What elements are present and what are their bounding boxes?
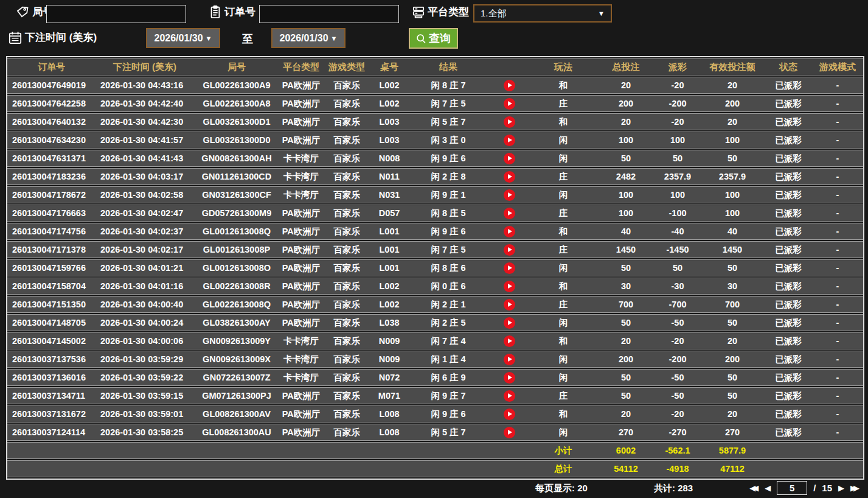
to-label: 至 [242, 32, 253, 46]
date-from-picker[interactable]: 2026/01/30 ▼ [146, 28, 220, 48]
header-payout: 派彩 [655, 58, 700, 75]
replay-play-icon[interactable] [504, 299, 515, 310]
cell-game-mode: - [812, 223, 863, 240]
cell-play-type: 闲 [530, 186, 597, 203]
cell-status: 已派彩 [765, 369, 812, 386]
round-input[interactable] [46, 5, 186, 23]
bet-time-label: 下注时间 (美东) [25, 30, 97, 44]
last-page-icon[interactable]: ▶▶ [850, 484, 859, 492]
cell-valid-bet: 2357.9 [700, 168, 765, 185]
cell-table-no: N009 [370, 351, 408, 368]
play-triangle [508, 265, 512, 270]
cell-platform: PA欧洲厅 [279, 241, 323, 258]
table-row: 2601300471513502026-01-30 04:00:40GL0022… [7, 296, 863, 313]
cell-total-bet: 50 [597, 150, 655, 167]
order-input[interactable] [259, 5, 399, 23]
cell-game-type: 百家乐 [323, 168, 370, 185]
cell-result: 闲 9 庄 6 [408, 150, 488, 167]
cell-total-bet: 100 [597, 186, 655, 203]
cell-bet-time: 2026-01-30 04:02:37 [95, 223, 194, 240]
cell-table-no: N009 [370, 332, 408, 349]
date-from-value: 2026/01/30 [155, 33, 203, 44]
replay-play-icon[interactable] [504, 189, 515, 201]
header-round-no: 局号 [194, 58, 279, 75]
cell-play-type: 闲 [530, 369, 597, 386]
replay-play-icon[interactable] [504, 372, 515, 384]
cell-platform: 卡卡湾厅 [279, 351, 323, 368]
search-button-label: 查询 [429, 31, 451, 46]
cell-replay [488, 405, 530, 423]
cell-game-mode: - [812, 186, 863, 203]
cell-table-no: D057 [370, 205, 408, 222]
cell-bet-time: 2026-01-30 04:02:47 [95, 205, 194, 222]
cell-payout: -50 [655, 387, 700, 404]
cell-round-no: GL0012613008Q [194, 223, 279, 240]
cell-status: 已派彩 [765, 278, 812, 295]
play-triangle [508, 229, 512, 234]
header-table-no: 桌号 [370, 58, 408, 75]
replay-play-icon[interactable] [504, 208, 515, 219]
replay-play-icon[interactable] [504, 427, 515, 438]
replay-play-icon[interactable] [504, 171, 515, 183]
replay-play-icon[interactable] [504, 281, 515, 292]
next-page-icon[interactable]: ▶ [838, 484, 844, 492]
date-to-picker[interactable]: 2026/01/30 ▼ [271, 28, 345, 48]
play-triangle [508, 83, 512, 88]
cell-replay [488, 351, 530, 368]
cell-play-type: 和 [530, 77, 597, 94]
replay-play-icon[interactable] [504, 98, 515, 110]
chevron-down-icon: ▼ [206, 35, 212, 42]
cell-table-no: N072 [370, 369, 408, 386]
cell-bet-time: 2026-01-30 04:02:17 [95, 241, 194, 258]
cell-bet-time: 2026-01-30 04:42:30 [95, 113, 194, 130]
cell-replay [488, 278, 530, 295]
search-button[interactable]: 查询 [409, 28, 458, 49]
platform-select[interactable]: 1.全部 ▼ [473, 4, 612, 23]
cell-play-type: 和 [530, 332, 597, 349]
cell-status: 已派彩 [765, 387, 812, 404]
page-input[interactable] [777, 481, 807, 495]
cell-table-no: L002 [370, 296, 408, 313]
cell-platform: PA欧洲厅 [279, 278, 323, 295]
cell-valid-bet: 100 [700, 205, 765, 222]
cell-game-type: 百家乐 [323, 405, 370, 423]
replay-play-icon[interactable] [504, 80, 515, 91]
table-row: 2601300371375362026-01-30 03:59:29GN0092… [7, 351, 863, 368]
cell-bet-time: 2026-01-30 03:59:22 [95, 369, 194, 386]
table-row: 2601300471597662026-01-30 04:01:21GL0012… [7, 259, 863, 276]
replay-play-icon[interactable] [504, 153, 515, 164]
first-page-icon[interactable]: ◀◀ [749, 484, 759, 492]
cell-payout: -50 [655, 314, 700, 331]
header-result: 结果 [408, 58, 488, 75]
subtotal-row-valid-bet: 5877.9 [700, 442, 765, 459]
table-row: 2601300471587042026-01-30 04:01:16GL0022… [7, 278, 863, 295]
replay-play-icon[interactable] [504, 335, 515, 347]
replay-play-icon[interactable] [504, 390, 515, 402]
replay-play-icon[interactable] [504, 226, 515, 237]
cell-game-mode: - [812, 95, 863, 112]
total-row-total-bet: 54112 [597, 460, 655, 477]
replay-play-icon[interactable] [504, 116, 515, 128]
replay-play-icon[interactable] [504, 409, 515, 420]
cell-platform: PA欧洲厅 [279, 405, 323, 423]
replay-play-icon[interactable] [504, 317, 515, 329]
replay-play-icon[interactable] [504, 135, 515, 146]
subtotal-row-bet-time [95, 442, 194, 459]
cell-bet-time: 2026-01-30 03:58:25 [95, 424, 194, 441]
play-triangle [508, 412, 512, 416]
cell-total-bet: 100 [597, 132, 655, 149]
replay-play-icon[interactable] [504, 262, 515, 274]
replay-play-icon[interactable] [504, 354, 515, 365]
cell-total-bet: 2482 [597, 168, 655, 185]
cell-result: 闲 9 庄 7 [408, 387, 488, 404]
prev-page-icon[interactable]: ◀ [765, 484, 771, 492]
cell-platform: PA欧洲厅 [279, 424, 323, 441]
play-triangle [508, 211, 512, 216]
cell-play-type: 庄 [530, 205, 597, 222]
platform-icon [412, 5, 425, 19]
replay-play-icon[interactable] [504, 244, 515, 256]
cell-game-type: 百家乐 [323, 113, 370, 130]
subtotal-row-round-no [194, 442, 279, 459]
cell-game-type: 百家乐 [323, 387, 370, 404]
table-row: 2601300471713782026-01-30 04:02:17GL0012… [7, 241, 863, 258]
